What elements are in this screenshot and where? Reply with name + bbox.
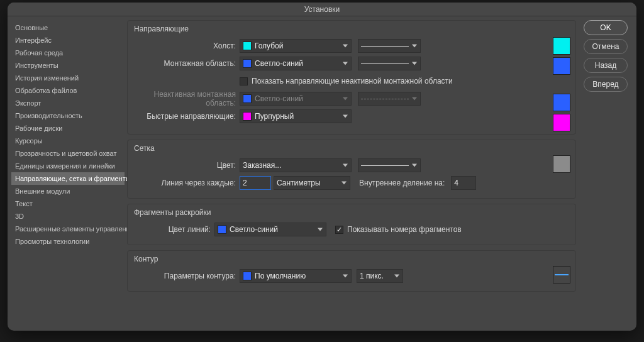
show-inactive-guides-checkbox[interactable]: Показать направляющие неактивной монтажн… — [240, 77, 453, 86]
sidebar-item-export[interactable]: Экспорт — [11, 97, 125, 109]
slices-group: Фрагменты раскройки Цвет линий: Светло-с… — [127, 204, 576, 245]
sidebar-item-cursors[interactable]: Курсоры — [11, 135, 125, 147]
smart-guides-color-swatch[interactable] — [553, 114, 570, 131]
path-group: Контур Параметры контура: По умолчанию 1… — [127, 250, 576, 292]
main-panel: Направляющие Холст: Голубой Монтажная об… — [125, 20, 579, 324]
sidebar-item-type[interactable]: Текст — [11, 197, 125, 210]
path-options-select[interactable]: По умолчанию — [240, 269, 352, 283]
sidebar-item-tech-previews[interactable]: Просмотры технологии — [11, 235, 125, 248]
grid-group: Сетка Цвет: Заказная... Линия через кажд… — [127, 140, 576, 199]
sidebar-item-filehandling[interactable]: Обработка файлов — [11, 84, 125, 97]
inactive-artboard-linestyle-select — [358, 92, 421, 106]
slice-swatch-icon — [218, 225, 226, 234]
artboard-color-swatch[interactable] — [553, 57, 570, 75]
preferences-window: Установки Основные Интерфейс Рабочая сре… — [8, 3, 636, 331]
grid-unit-select[interactable]: Сантиметры — [274, 176, 350, 190]
canvas-swatch-icon — [243, 41, 252, 50]
sidebar-item-workspace[interactable]: Рабочая среда — [11, 47, 125, 59]
sidebar-item-3d[interactable]: 3D — [11, 210, 125, 223]
slice-linecolor-select[interactable]: Светло-синий — [214, 223, 326, 236]
grid-color-select[interactable]: Заказная... — [240, 158, 352, 172]
canvas-color-select[interactable]: Голубой — [240, 39, 352, 53]
checkbox-icon: ✓ — [335, 226, 343, 234]
checkbox-icon — [240, 77, 248, 86]
category-sidebar: Основные Интерфейс Рабочая среда Инструм… — [11, 20, 125, 324]
grid-color-label: Цвет: — [134, 161, 240, 170]
artboard-color-select[interactable]: Светло-синий — [240, 57, 352, 70]
smart-swatch-icon — [243, 112, 252, 121]
sidebar-item-enhanced-controls[interactable]: Расширенные элементы управления — [11, 223, 125, 235]
artboard-linestyle-select[interactable] — [358, 57, 421, 70]
artboard-label: Монтажная область: — [134, 59, 240, 68]
artboard-swatch-icon — [243, 59, 252, 68]
canvas-label: Холст: — [134, 41, 240, 50]
path-options-label: Параметры контура: — [134, 272, 240, 280]
gridline-every-input[interactable] — [240, 176, 271, 190]
path-preview-line-icon — [555, 274, 569, 275]
guides-legend: Направляющие — [134, 25, 569, 33]
sidebar-item-history[interactable]: История изменений — [11, 72, 125, 84]
grid-color-swatch[interactable] — [553, 155, 570, 173]
sidebar-item-guides-grid-slices[interactable]: Направляющие, сетка и фрагменты — [11, 172, 125, 185]
inactive-artboard-swatch-icon — [243, 94, 252, 103]
path-thickness-select[interactable]: 1 пикс. — [357, 269, 403, 283]
dialog-buttons: OK Отмена Назад Вперед — [579, 20, 633, 324]
gridline-every-label: Линия через каждые: — [134, 179, 240, 187]
inactive-artboard-color-swatch[interactable] — [553, 94, 570, 111]
canvas-color-swatch[interactable] — [553, 37, 570, 55]
sidebar-item-tools[interactable]: Инструменты — [11, 59, 125, 72]
ok-button[interactable]: OK — [584, 20, 628, 35]
slice-linecolor-label: Цвет линий: — [134, 225, 214, 234]
sidebar-item-performance[interactable]: Производительность — [11, 109, 125, 122]
forward-button[interactable]: Вперед — [584, 77, 628, 92]
grid-subdivisions-label: Внутреннее деление на: — [350, 179, 448, 187]
show-slice-numbers-checkbox[interactable]: ✓ Показывать номера фрагментов — [335, 225, 462, 234]
sidebar-item-transparency[interactable]: Прозрачность и цветовой охват — [11, 147, 125, 160]
path-legend: Контур — [134, 255, 569, 263]
sidebar-item-scratch[interactable]: Рабочие диски — [11, 122, 125, 135]
canvas-linestyle-select[interactable] — [358, 39, 421, 53]
sidebar-item-interface[interactable]: Интерфейс — [11, 34, 125, 47]
window-title: Установки — [8, 3, 636, 16]
cancel-button[interactable]: Отмена — [584, 39, 628, 54]
grid-linestyle-select[interactable] — [358, 158, 421, 172]
slices-legend: Фрагменты раскройки — [134, 208, 569, 217]
grid-subdivisions-input[interactable] — [451, 176, 476, 190]
sidebar-item-units[interactable]: Единицы измерения и линейки — [11, 160, 125, 172]
smart-guides-color-select[interactable]: Пурпурный — [240, 109, 352, 123]
back-button[interactable]: Назад — [584, 58, 628, 73]
inactive-artboard-color-select: Светло-синий — [240, 92, 352, 106]
path-swatch-icon — [243, 272, 252, 280]
grid-legend: Сетка — [134, 144, 569, 153]
path-preview-swatch[interactable] — [553, 266, 570, 284]
sidebar-item-plugins[interactable]: Внешние модули — [11, 185, 125, 197]
inactive-artboard-label: Неактивная монтажная область: — [134, 90, 240, 108]
smart-guides-label: Быстрые направляющие: — [134, 112, 240, 121]
sidebar-item-general[interactable]: Основные — [11, 21, 125, 34]
guides-group: Направляющие Холст: Голубой Монтажная об… — [127, 20, 576, 135]
